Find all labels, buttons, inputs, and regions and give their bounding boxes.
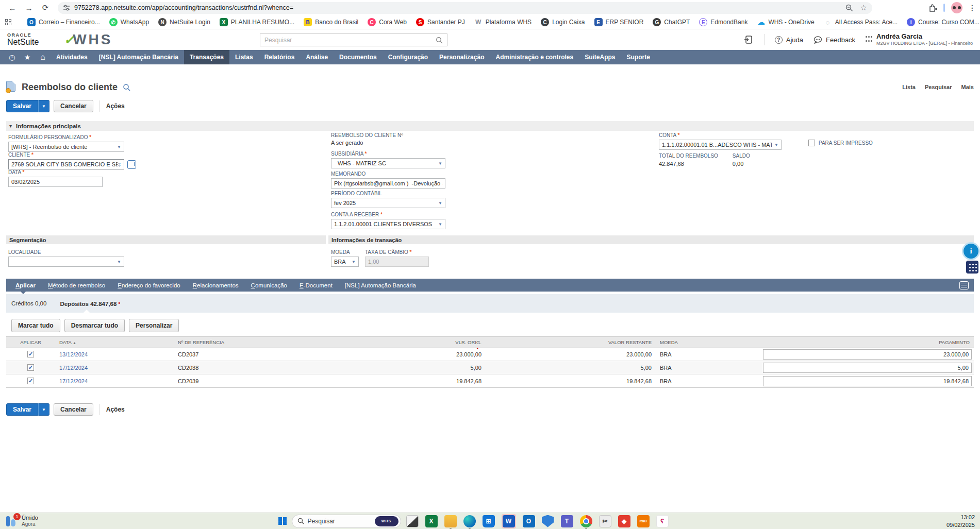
actions-menu[interactable]: Ações: [106, 103, 125, 110]
info-float-button[interactable]: i: [964, 244, 978, 259]
desmarcar-tudo-button[interactable]: Desmarcar tudo: [64, 319, 125, 332]
nav-documentos[interactable]: Documentos: [334, 50, 383, 64]
pagamento-input[interactable]: [763, 363, 972, 373]
main-info-section-header[interactable]: ▾ Informações principais: [6, 121, 974, 131]
save-dropdown-icon[interactable]: ▼: [38, 403, 49, 416]
url-text[interactable]: 9752278.app.netsuite.com/app/accounting/…: [74, 4, 845, 11]
actions-menu[interactable]: Ações: [106, 406, 125, 413]
link-mais[interactable]: Mais: [961, 84, 974, 90]
bookmark-edmondbank[interactable]: E EdmondBank: [695, 16, 751, 28]
back-icon[interactable]: ←: [6, 1, 19, 14]
bookmark-planilha[interactable]: X PLANILHA RESUMO...: [216, 16, 298, 28]
site-settings-icon[interactable]: [63, 4, 70, 11]
col-data[interactable]: DATA ▲: [55, 339, 174, 345]
save-button[interactable]: Salvar: [6, 100, 38, 112]
apply-checkbox[interactable]: ✓: [27, 351, 34, 357]
word-icon[interactable]: W: [503, 515, 515, 527]
col-referencia[interactable]: Nº DE REFERÊNCIA: [174, 339, 439, 345]
open-record-icon[interactable]: [127, 160, 136, 169]
subtab-creditos[interactable]: Créditos 0,00: [11, 300, 46, 306]
deposit-date-link[interactable]: 17/12/2024: [59, 378, 88, 384]
tab-metodo-reembolso[interactable]: Método de reembolso: [42, 279, 111, 292]
bookmark-all-access[interactable]: ◌ All Access Pass: Ace...: [820, 16, 901, 28]
cancel-button[interactable]: Cancelar: [54, 100, 93, 112]
memorando-input[interactable]: [334, 180, 442, 186]
help-button[interactable]: ? Ajuda: [775, 36, 803, 44]
bookmark-login-caixa[interactable]: C Login Caixa: [537, 16, 588, 28]
bookmark-cora[interactable]: C Cora Web: [364, 16, 410, 28]
link-pesquisar[interactable]: Pesquisar: [925, 84, 952, 90]
dialpad-float-button[interactable]: [966, 261, 978, 274]
para-ser-impresso-checkbox[interactable]: [808, 140, 815, 146]
bookmark-chatgpt[interactable]: G ChatGPT: [649, 16, 693, 28]
edge-icon[interactable]: [463, 515, 476, 527]
reload-icon[interactable]: ⟳: [39, 1, 52, 14]
deposit-date-link[interactable]: 17/12/2024: [59, 365, 88, 371]
file-explorer-icon[interactable]: [444, 515, 457, 527]
save-button[interactable]: Salvar: [6, 403, 38, 416]
data-field[interactable]: [8, 177, 103, 187]
apply-checkbox[interactable]: ✓: [27, 378, 34, 384]
excel-icon[interactable]: X: [425, 515, 438, 527]
tab-comunicacao[interactable]: Comunicação: [245, 279, 293, 292]
subtab-depositos[interactable]: Depósitos 42.847,68 •: [60, 300, 120, 307]
bradesco-icon[interactable]: ʕ: [656, 515, 669, 527]
pagamento-input[interactable]: [763, 376, 972, 386]
start-button[interactable]: [278, 517, 287, 525]
bookmark-correio[interactable]: O Correio – Financeiro...: [24, 16, 104, 28]
save-dropdown-icon[interactable]: ▼: [38, 100, 49, 112]
nav-relatorios[interactable]: Relatórios: [259, 50, 301, 64]
tab-endereco-favorecido[interactable]: Endereço do favorecido: [111, 279, 186, 292]
bookmark-star-icon[interactable]: ☆: [860, 3, 867, 12]
shield-app-icon[interactable]: [542, 515, 554, 527]
collapse-icon[interactable]: ▾: [9, 123, 12, 129]
tab-relacionamentos[interactable]: Relacionamentos: [187, 279, 245, 292]
taskbar-search[interactable]: Pesquisar WHS: [292, 515, 401, 528]
quick-add-icon[interactable]: [743, 35, 754, 45]
diamond-app-icon[interactable]: ◆: [618, 515, 630, 527]
moeda-select[interactable]: BRA ▼: [331, 257, 359, 267]
marcar-tudo-button[interactable]: Marcar tudo: [11, 319, 60, 332]
conta-select[interactable]: 1.1.1.02.00001.01 B...ADESCO WHS - MATRI…: [659, 140, 782, 150]
global-search[interactable]: [260, 33, 447, 46]
address-bar[interactable]: 9752278.app.netsuite.com/app/accounting/…: [58, 2, 872, 14]
oracle-netsuite-logo[interactable]: ORACLE NetSuite: [7, 33, 39, 46]
word-active-highlight[interactable]: W: [502, 514, 516, 528]
nav-nsl-automacao[interactable]: [NSL] Automação Bancária: [93, 50, 184, 64]
zoom-out-icon[interactable]: [845, 4, 853, 12]
bookmark-banco-brasil[interactable]: B Banco do Brasil: [300, 16, 362, 28]
col-valor-restante[interactable]: VALOR RESTANTE: [486, 339, 656, 345]
nav-atividades[interactable]: Atividades: [51, 50, 93, 64]
extensions-icon[interactable]: [928, 4, 937, 12]
user-menu[interactable]: Andréa Garcia M2GV HOLDING LTDA - [GERAL…: [866, 33, 973, 46]
cancel-button[interactable]: Cancelar: [54, 403, 93, 416]
recent-records-icon[interactable]: ◷: [4, 50, 20, 64]
nav-configuracao[interactable]: Configuração: [383, 50, 434, 64]
apply-checkbox[interactable]: ✓: [27, 364, 34, 371]
browser-menu-icon[interactable]: ⋮: [969, 4, 976, 12]
global-search-input[interactable]: [264, 37, 436, 44]
bookmark-erp-senior[interactable]: E ERP SENIOR: [591, 16, 647, 28]
forward-icon[interactable]: →: [22, 1, 36, 14]
deposit-date-link[interactable]: 13/12/2024: [59, 351, 88, 357]
profile-avatar[interactable]: [951, 2, 962, 13]
bookmark-whatsapp[interactable]: ✆ WhatsApp: [106, 16, 153, 28]
taskbar-clock[interactable]: 13:02 09/02/2025: [946, 514, 975, 528]
tab-aplicar[interactable]: Aplicar: [9, 279, 42, 292]
personalizar-button[interactable]: Personalizar: [129, 319, 179, 332]
task-view-icon[interactable]: [406, 515, 419, 527]
nav-suporte[interactable]: Suporte: [621, 50, 656, 64]
nav-personalizacao[interactable]: Personalização: [434, 50, 490, 64]
pagamento-input[interactable]: [763, 349, 972, 360]
apps-grid-icon[interactable]: [5, 19, 11, 25]
memorando-field[interactable]: [331, 178, 445, 189]
cliente-field[interactable]: 2769 SOLAR CITY BSB COMERCIO E SERVI ⌄⌄: [8, 159, 124, 169]
localidade-select[interactable]: ▼: [8, 257, 124, 267]
bookmark-santander[interactable]: S Santander PJ: [412, 16, 469, 28]
nav-transacoes[interactable]: Transações: [184, 50, 229, 64]
search-icon[interactable]: [436, 37, 443, 44]
home-icon[interactable]: ⌂: [35, 50, 51, 64]
bookmark-onedrive[interactable]: ☁ WHS - OneDrive: [753, 16, 818, 28]
bookmark-course[interactable]: i Course: Curso COM...: [903, 16, 980, 28]
feedback-button[interactable]: Feedback: [813, 36, 855, 44]
